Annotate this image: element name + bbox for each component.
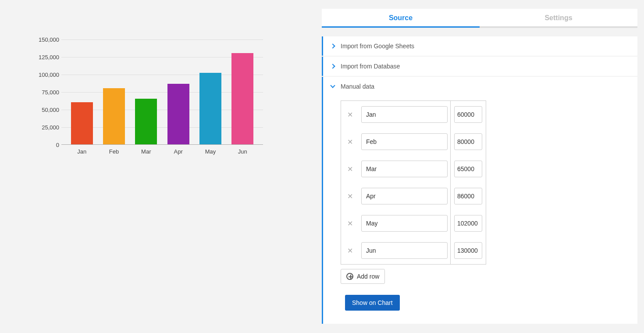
accordion-item-database: Import from Database [322,57,637,76]
value-input[interactable] [454,188,482,204]
show-on-chart-button[interactable]: Show on Chart [345,295,400,311]
chart-ytick-label: 75,000 [26,89,59,96]
category-input[interactable] [361,161,448,177]
chart-ytick-label: 125,000 [26,54,59,61]
delete-row-icon[interactable]: ✕ [347,165,353,173]
category-input[interactable] [361,106,448,123]
chart-plot-area [61,39,263,145]
add-row-button[interactable]: Add row [341,269,385,284]
chevron-right-icon [330,64,335,68]
chart-bar [135,99,157,144]
chart-pane: 025,00050,00075,000100,000125,000150,000… [0,0,322,333]
accordion-label: Manual data [341,83,374,90]
accordion-label: Import from Google Sheets [341,43,414,50]
accordion-item-google-sheets: Import from Google Sheets [322,36,637,56]
accordion-header-manual[interactable]: Manual data [323,77,637,96]
chart-bar [103,88,125,144]
value-input[interactable] [454,161,482,177]
chart-ytick-label: 0 [26,142,59,148]
manual-data-table: ✕✕✕✕✕✕ [341,100,486,265]
chart-xtick-label: Mar [135,148,157,155]
category-input[interactable] [361,242,448,259]
chart-xtick-label: Jan [71,148,93,155]
chart-ytick-label: 25,000 [26,124,59,131]
config-pane: Source Settings Import from Google Sheet… [322,0,644,333]
accordion: Import from Google Sheets Import from Da… [322,36,637,324]
chart-bar [71,102,93,144]
chevron-down-icon [330,83,335,88]
value-input[interactable] [454,133,482,150]
chart-xtick-label: Apr [167,148,189,155]
delete-row-icon[interactable]: ✕ [347,138,353,146]
tabs: Source Settings [322,9,637,28]
manual-data-body: ✕✕✕✕✕✕ Add row Show on Chart [323,96,637,324]
value-input[interactable] [454,215,482,232]
value-input[interactable] [454,242,482,259]
chart-xtick-label: Feb [103,148,125,155]
delete-row-icon[interactable]: ✕ [347,192,353,201]
accordion-label: Import from Database [341,63,400,70]
delete-row-icon[interactable]: ✕ [347,111,353,119]
category-input[interactable] [361,133,448,150]
accordion-header-google-sheets[interactable]: Import from Google Sheets [323,36,637,56]
chart-ytick-label: 100,000 [26,72,59,78]
plus-circle-icon [346,273,353,280]
chart-ytick-label: 50,000 [26,107,59,113]
value-input[interactable] [454,106,482,123]
chart-bar [167,84,189,144]
chart-xtick-label: May [199,148,221,155]
bar-chart: 025,00050,00075,000100,000125,000150,000… [26,35,272,167]
chart-xtick-label: Jun [231,148,253,155]
chart-bar [199,73,221,144]
tab-settings[interactable]: Settings [480,9,637,28]
chart-bar [231,53,253,144]
chart-ytick-label: 150,000 [26,36,59,43]
accordion-item-manual: Manual data ✕✕✕✕✕✕ Add row Show on Chart [322,77,637,324]
category-input[interactable] [361,215,448,232]
delete-row-icon[interactable]: ✕ [347,219,353,228]
accordion-header-database[interactable]: Import from Database [323,57,637,76]
add-row-label: Add row [357,273,379,280]
tab-source[interactable]: Source [322,9,480,28]
chevron-right-icon [330,43,335,48]
delete-row-icon[interactable]: ✕ [347,247,353,255]
category-input[interactable] [361,188,448,204]
